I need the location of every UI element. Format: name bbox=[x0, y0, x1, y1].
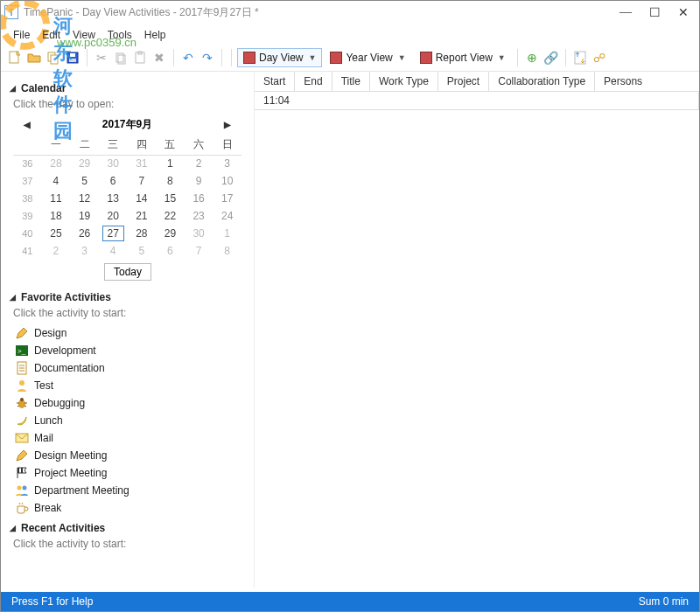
calendar-day[interactable]: 6 bbox=[99, 172, 128, 190]
prev-month-button[interactable]: ◀ bbox=[24, 120, 31, 129]
calendar-day[interactable]: 22 bbox=[156, 207, 185, 225]
table-row[interactable]: 11:04 bbox=[255, 92, 699, 110]
column-header[interactable]: Work Type bbox=[370, 72, 438, 91]
calendar-day[interactable]: 17 bbox=[213, 190, 242, 207]
maximize-button[interactable]: ☐ bbox=[649, 5, 661, 20]
collapse-icon: ◢ bbox=[10, 293, 16, 302]
favorite-item[interactable]: Department Meeting bbox=[15, 482, 245, 499]
calendar-day[interactable]: 19 bbox=[70, 207, 99, 225]
calendar-day[interactable]: 28 bbox=[42, 155, 71, 172]
copy-icon[interactable] bbox=[45, 49, 62, 66]
copy2-icon[interactable] bbox=[112, 49, 130, 66]
calendar-day[interactable]: 12 bbox=[70, 190, 99, 207]
column-header[interactable]: Title bbox=[332, 72, 370, 91]
undo-icon[interactable]: ↶ bbox=[179, 49, 197, 66]
calendar-day[interactable]: 4 bbox=[99, 242, 128, 260]
calendar-day[interactable]: 28 bbox=[128, 225, 157, 242]
calendar-section-header[interactable]: ◢ Calendar bbox=[10, 82, 245, 94]
calendar-day[interactable]: 13 bbox=[99, 190, 128, 207]
column-header[interactable]: Start bbox=[255, 72, 295, 91]
favorite-section-header[interactable]: ◢ Favorite Activities bbox=[10, 291, 245, 303]
calendar-day[interactable]: 29 bbox=[70, 155, 99, 172]
calendar-day[interactable]: 7 bbox=[185, 242, 214, 260]
day-view-button[interactable]: Day View ▼ bbox=[237, 48, 322, 67]
favorite-item[interactable]: Mail bbox=[15, 429, 245, 447]
calendar-day[interactable]: 27 bbox=[99, 225, 128, 242]
favorite-item[interactable]: Test bbox=[15, 377, 245, 394]
calendar-day[interactable]: 26 bbox=[70, 225, 99, 242]
cell-start: 11:04 bbox=[255, 92, 294, 109]
calendar-day[interactable]: 2 bbox=[185, 155, 214, 172]
calendar-day[interactable]: 3 bbox=[70, 242, 99, 260]
report-view-button[interactable]: Report View ▼ bbox=[414, 48, 512, 67]
recent-section-header[interactable]: ◢ Recent Activities bbox=[10, 522, 245, 534]
calendar-day[interactable]: 1 bbox=[213, 225, 242, 242]
calendar-day[interactable]: 21 bbox=[128, 207, 157, 225]
calendar-day[interactable]: 20 bbox=[99, 207, 128, 225]
calendar-day[interactable]: 6 bbox=[156, 242, 185, 260]
updown-icon[interactable] bbox=[571, 49, 589, 66]
favorite-item[interactable]: Documentation bbox=[15, 359, 245, 377]
calendar-day[interactable]: 15 bbox=[156, 190, 185, 207]
calendar-day[interactable]: 18 bbox=[42, 207, 71, 225]
cut-icon[interactable]: ✂ bbox=[93, 49, 110, 66]
calendar-day[interactable]: 30 bbox=[99, 155, 128, 172]
favorite-item[interactable]: Project Meeting bbox=[15, 464, 245, 482]
calendar-day[interactable]: 5 bbox=[70, 172, 99, 190]
calendar-day[interactable]: 31 bbox=[128, 155, 157, 172]
link-icon[interactable]: 🔗 bbox=[542, 49, 560, 66]
menu-tools[interactable]: Tools bbox=[102, 27, 137, 43]
report-view-icon bbox=[420, 52, 432, 64]
calendar-day[interactable]: 23 bbox=[185, 207, 214, 225]
chevron-down-icon: ▼ bbox=[498, 53, 506, 62]
favorite-item[interactable]: Break bbox=[15, 499, 245, 517]
calendar-day[interactable]: 4 bbox=[42, 172, 71, 190]
favorite-item[interactable]: Design bbox=[15, 324, 245, 342]
calendar-day[interactable]: 30 bbox=[185, 225, 214, 242]
menu-edit[interactable]: Edit bbox=[37, 27, 66, 43]
column-header[interactable]: Project bbox=[438, 72, 489, 91]
calendar-day[interactable]: 1 bbox=[156, 155, 185, 172]
calendar-day[interactable]: 10 bbox=[213, 172, 242, 190]
calendar-day[interactable]: 5 bbox=[128, 242, 157, 260]
chain-icon[interactable]: ☍ bbox=[591, 49, 608, 66]
calendar-day[interactable]: 24 bbox=[213, 207, 242, 225]
favorite-item[interactable]: Lunch bbox=[15, 412, 245, 429]
close-button[interactable]: ✕ bbox=[678, 5, 689, 20]
calendar-day[interactable]: 14 bbox=[128, 190, 157, 207]
paste-icon[interactable] bbox=[131, 49, 149, 66]
redo-icon[interactable]: ↷ bbox=[199, 49, 216, 66]
status-sum: Sum 0 min bbox=[639, 595, 689, 608]
calendar-day[interactable]: 16 bbox=[185, 190, 214, 207]
column-header[interactable]: Persons bbox=[595, 72, 651, 91]
minimize-button[interactable]: — bbox=[620, 5, 632, 20]
svg-rect-19 bbox=[21, 468, 23, 473]
calendar-day[interactable]: 8 bbox=[213, 242, 242, 260]
open-icon[interactable] bbox=[25, 49, 43, 66]
save-icon[interactable] bbox=[64, 49, 81, 66]
column-header[interactable]: End bbox=[295, 72, 332, 91]
today-button[interactable]: Today bbox=[104, 263, 151, 281]
add-icon[interactable]: ⊕ bbox=[523, 49, 541, 66]
calendar-day[interactable]: 25 bbox=[42, 225, 71, 242]
calendar-day[interactable]: 3 bbox=[213, 155, 242, 172]
menu-file[interactable]: File bbox=[8, 27, 35, 43]
menu-view[interactable]: View bbox=[67, 27, 101, 43]
calendar-grid[interactable]: 一二三四五六日362829303112337456789103811121314… bbox=[13, 137, 242, 260]
calendar-day[interactable]: 8 bbox=[156, 172, 185, 190]
calendar-day[interactable]: 29 bbox=[156, 225, 185, 242]
next-month-button[interactable]: ▶ bbox=[224, 120, 231, 129]
calendar-day[interactable]: 2 bbox=[42, 242, 71, 260]
favorite-item[interactable]: Debugging bbox=[15, 394, 245, 412]
calendar-day[interactable]: 9 bbox=[185, 172, 214, 190]
column-header[interactable]: Collaboration Type bbox=[489, 72, 595, 91]
favorite-item[interactable]: >_Development bbox=[15, 342, 245, 359]
year-view-button[interactable]: Year View ▼ bbox=[324, 48, 411, 67]
delete-icon[interactable]: ✖ bbox=[150, 49, 168, 66]
calendar-day[interactable]: 7 bbox=[128, 172, 157, 190]
calendar-day[interactable]: 11 bbox=[42, 190, 71, 207]
menu-help[interactable]: Help bbox=[139, 27, 172, 43]
new-icon[interactable] bbox=[6, 49, 24, 66]
activities-grid-header[interactable]: StartEndTitleWork TypeProjectCollaborati… bbox=[255, 72, 699, 92]
favorite-item[interactable]: Design Meeting bbox=[15, 447, 245, 464]
